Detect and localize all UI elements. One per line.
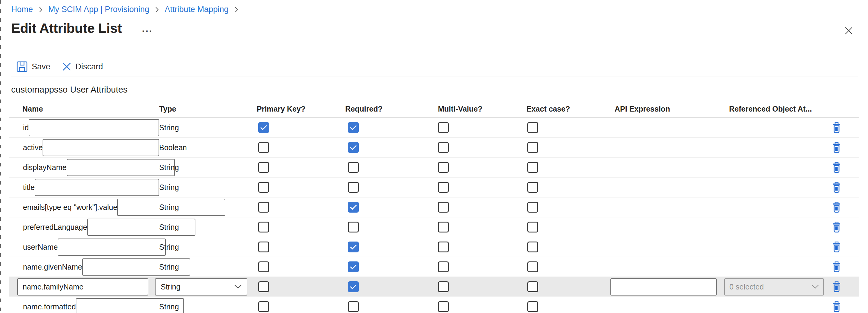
delete-attribute-button[interactable] [831,121,842,134]
attribute-name: preferredLanguage [23,223,87,232]
attribute-type: String [159,223,179,232]
attribute-name-input[interactable] [67,159,175,176]
multi-value-checkbox[interactable] [438,162,449,173]
attribute-name-input[interactable] [35,179,159,196]
referenced-object-select[interactable]: 0 selected [724,278,824,295]
column-header-multi-value: Multi-Value? [438,105,526,113]
chevron-right-icon [234,6,239,13]
required-checkbox[interactable] [348,142,359,153]
multi-value-checkbox[interactable] [438,182,449,193]
save-button[interactable]: Save [16,61,51,72]
column-header-api-expression: API Expression [614,105,724,113]
primary-key-checkbox[interactable] [258,162,269,173]
attribute-type-select[interactable]: String [155,278,247,295]
exact-case-checkbox[interactable] [527,122,538,133]
close-icon[interactable] [843,25,855,37]
column-header-required: Required? [345,105,438,113]
delete-attribute-button[interactable] [831,281,842,293]
attribute-type: String [159,183,179,192]
chevron-right-icon [155,6,159,13]
save-label: Save [32,62,51,71]
exact-case-checkbox[interactable] [527,142,538,153]
breadcrumb-home[interactable]: Home [11,5,33,14]
required-checkbox[interactable] [348,162,359,173]
delete-attribute-button[interactable] [831,181,842,193]
primary-key-checkbox[interactable] [258,222,269,233]
breadcrumb-attribute-mapping[interactable]: Attribute Mapping [164,5,229,14]
trash-icon [831,201,842,213]
column-header-primary-key: Primary Key? [257,105,345,113]
required-checkbox[interactable] [348,281,359,292]
multi-value-checkbox[interactable] [438,122,449,133]
attribute-type: String [159,123,179,132]
multi-value-checkbox[interactable] [438,262,449,272]
trash-icon [831,281,842,293]
breadcrumb-provisioning[interactable]: My SCIM App | Provisioning [48,5,149,14]
trash-icon [831,221,842,233]
dismiss-x-icon [62,62,71,71]
table-row: active Boolean [9,138,859,158]
multi-value-checkbox[interactable] [438,301,449,312]
primary-key-checkbox[interactable] [258,202,269,213]
multi-value-checkbox[interactable] [438,142,449,153]
attribute-table: Name Type Primary Key? Required? Multi-V… [9,100,859,313]
command-bar: Save Discard [16,60,103,73]
attribute-type: String [159,303,179,311]
multi-value-checkbox[interactable] [438,222,449,233]
primary-key-checkbox[interactable] [258,182,269,193]
attribute-name-input[interactable] [42,139,159,156]
required-checkbox[interactable] [348,182,359,193]
delete-attribute-button[interactable] [831,161,842,173]
required-checkbox[interactable] [348,242,359,252]
attribute-name: name.givenName [23,263,82,271]
exact-case-checkbox[interactable] [527,182,538,193]
attribute-name: title [23,183,35,192]
trash-icon [831,241,842,253]
table-row: name.givenName String [9,257,859,277]
attribute-name-input[interactable] [17,278,148,295]
delete-attribute-button[interactable] [831,261,842,273]
exact-case-checkbox[interactable] [527,242,538,252]
delete-attribute-button[interactable] [831,201,842,213]
primary-key-checkbox[interactable] [258,142,269,153]
discard-button[interactable]: Discard [62,62,103,71]
exact-case-checkbox[interactable] [527,202,538,213]
trash-icon [831,261,842,273]
screen-left-edge [0,0,1,313]
exact-case-checkbox[interactable] [527,262,538,272]
primary-key-checkbox[interactable] [258,242,269,252]
attribute-name-input[interactable] [29,119,159,136]
trash-icon [831,301,842,313]
trash-icon [831,141,842,153]
delete-attribute-button[interactable] [831,301,842,313]
primary-key-checkbox[interactable] [258,281,269,292]
multi-value-checkbox[interactable] [438,202,449,213]
primary-key-checkbox[interactable] [258,301,269,312]
attribute-name: displayName [23,163,67,172]
breadcrumb: Home My SCIM App | Provisioning Attribut… [11,5,244,14]
required-checkbox[interactable] [348,222,359,233]
exact-case-checkbox[interactable] [527,301,538,312]
chevron-right-icon [38,6,43,13]
table-row: displayName String [9,158,859,178]
api-expression-input[interactable] [610,278,717,295]
column-header-type: Type [159,105,257,113]
exact-case-checkbox[interactable] [527,162,538,173]
delete-attribute-button[interactable] [831,221,842,233]
more-menu-button[interactable]: ... [140,24,155,34]
delete-attribute-button[interactable] [831,141,842,153]
delete-attribute-button[interactable] [831,241,842,253]
primary-key-checkbox[interactable] [258,262,269,272]
exact-case-checkbox[interactable] [527,222,538,233]
primary-key-checkbox[interactable] [258,122,269,133]
table-header-row: Name Type Primary Key? Required? Multi-V… [9,100,859,118]
required-checkbox[interactable] [348,122,359,133]
multi-value-checkbox[interactable] [438,242,449,252]
required-checkbox[interactable] [348,202,359,213]
required-checkbox[interactable] [348,301,359,312]
table-row: id String [9,118,859,138]
exact-case-checkbox[interactable] [527,281,538,292]
attribute-name-input[interactable] [58,239,166,256]
multi-value-checkbox[interactable] [438,281,449,292]
required-checkbox[interactable] [348,262,359,272]
